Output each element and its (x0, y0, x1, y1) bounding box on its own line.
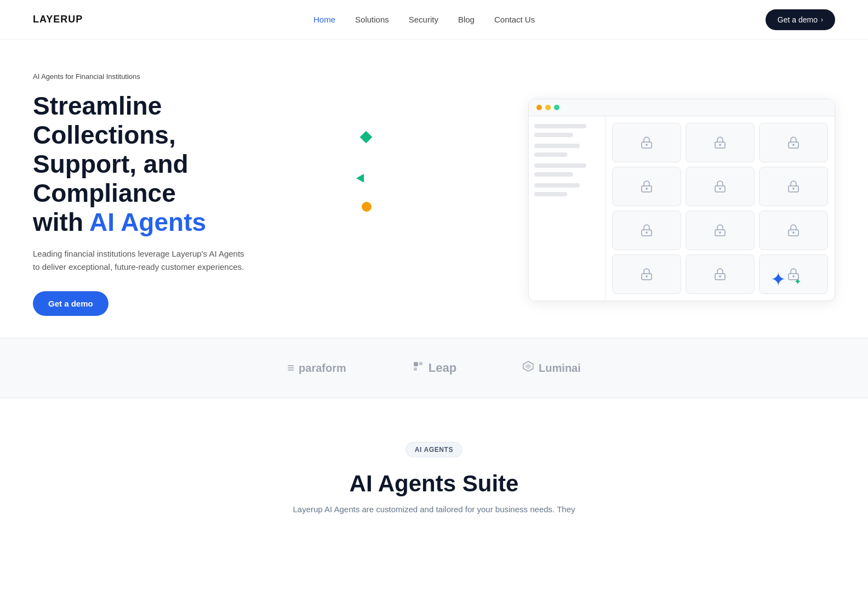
svg-marker-28 (526, 364, 531, 369)
sidebar-line-6 (534, 172, 573, 177)
svg-point-3 (719, 144, 721, 145)
dot-1 (536, 105, 542, 110)
sidebar-line-2 (534, 133, 573, 137)
hero-title: Streamline Collections,Support, and Comp… (33, 92, 296, 236)
mockup-grid (606, 116, 835, 301)
hero-cta-button[interactable]: Get a demo (33, 291, 108, 316)
svg-point-1 (646, 144, 647, 145)
navbar: LAYERUP Home Solutions Security Blog Con… (0, 0, 868, 39)
paraform-name: paraform (299, 362, 346, 375)
leap-name: Leap (429, 361, 456, 375)
dot-3 (554, 105, 559, 110)
mockup-sidebar (529, 116, 606, 301)
partner-paraform: ≡ paraform (287, 361, 346, 375)
nav-home[interactable]: Home (313, 15, 335, 24)
grid-cell-3-1 (612, 211, 681, 250)
sidebar-line-1 (534, 124, 586, 128)
svg-point-9 (719, 188, 721, 189)
sidebar-line-8 (534, 192, 567, 196)
svg-point-7 (646, 188, 647, 189)
nav-blog[interactable]: Blog (458, 15, 475, 24)
nav-solutions[interactable]: Solutions (355, 15, 389, 24)
star-small-icon: ✦ (794, 276, 801, 287)
hero-description: Leading financial institutions leverage … (33, 247, 252, 274)
mockup-window (528, 99, 835, 301)
svg-point-15 (719, 232, 721, 233)
hero-highlight: AI Agents (89, 208, 206, 236)
grid-cell-4-2 (686, 254, 755, 294)
brand-logo[interactable]: LAYERUP (33, 14, 83, 25)
paraform-icon: ≡ (287, 361, 294, 375)
sidebar-line-7 (534, 183, 580, 188)
ai-agents-title: AI Agents Suite (350, 471, 519, 497)
ai-agents-description: Layerup AI Agents are customized and tai… (293, 505, 575, 514)
partners-section: ≡ paraform Leap Luminai (0, 338, 868, 398)
grid-cell-2-3 (759, 167, 828, 206)
sidebar-line-4 (534, 152, 567, 157)
grid-cell-3-3 (759, 211, 828, 250)
ai-agents-section: AI AGENTS AI Agents Suite Layerup AI Age… (0, 398, 868, 547)
dot-2 (545, 105, 551, 110)
hero-tag: AI Agents for Financial Institutions (33, 72, 296, 81)
mockup-topbar (529, 99, 835, 116)
grid-cell-1-3 (759, 123, 828, 162)
svg-rect-25 (419, 362, 422, 365)
sidebar-line-3 (534, 144, 580, 148)
hero-content: AI Agents for Financial Institutions Str… (33, 72, 296, 316)
nav-security[interactable]: Security (409, 15, 438, 24)
grid-cell-3-2 (686, 211, 755, 250)
arrow-icon: › (821, 16, 823, 24)
sidebar-line-5 (534, 163, 586, 168)
grid-cell-2-2 (686, 167, 755, 206)
svg-point-21 (719, 276, 721, 277)
svg-point-11 (793, 188, 794, 189)
svg-rect-26 (414, 367, 417, 371)
partner-luminai: Luminai (522, 360, 581, 376)
mockup-body (529, 116, 835, 301)
svg-rect-24 (414, 362, 418, 366)
grid-cell-4-1 (612, 254, 681, 294)
nav-cta-button[interactable]: Get a demo › (766, 9, 835, 30)
nav-contact[interactable]: Contact Us (494, 15, 535, 24)
svg-point-17 (793, 232, 794, 233)
svg-point-19 (646, 276, 647, 277)
hero-mockup-container: ✦ ✦ (307, 88, 835, 301)
grid-cell-2-1 (612, 167, 681, 206)
nav-links: Home Solutions Security Blog Contact Us (313, 15, 535, 24)
leap-icon (412, 360, 424, 376)
luminai-icon (522, 360, 534, 376)
grid-cell-1-1 (612, 123, 681, 162)
luminai-name: Luminai (539, 362, 581, 375)
ai-agents-badge: AI AGENTS (406, 442, 462, 457)
grid-cell-4-3 (759, 254, 828, 294)
grid-cell-1-2 (686, 123, 755, 162)
star-big-icon: ✦ (770, 268, 786, 290)
svg-point-5 (793, 144, 794, 145)
hero-section: AI Agents for Financial Institutions Str… (0, 39, 868, 338)
svg-point-13 (646, 232, 647, 233)
partner-leap: Leap (412, 360, 456, 376)
